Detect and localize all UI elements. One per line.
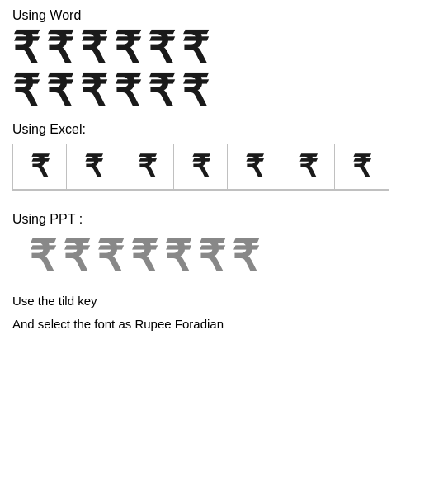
ppt-rupee-1: ₹ xyxy=(29,235,56,278)
excel-cell-6: ₹ xyxy=(281,144,335,190)
excel-label: Using Excel: xyxy=(12,122,436,137)
ppt-rupee-3: ₹ xyxy=(97,235,124,278)
ppt-rupee-4: ₹ xyxy=(130,235,158,278)
excel-section: Using Excel: ₹ ₹ ₹ ₹ ₹ ₹ ₹ xyxy=(12,122,436,204)
word-rupee-1: ₹ xyxy=(12,26,40,69)
ppt-rupee-row: ₹ ₹ ₹ ₹ ₹ ₹ ₹ xyxy=(12,235,436,278)
word-rupee-10: ₹ xyxy=(114,69,141,112)
excel-cell-4: ₹ xyxy=(174,144,228,190)
word-rupee-4: ₹ xyxy=(114,26,141,69)
word-rupee-11: ₹ xyxy=(148,69,175,112)
word-rupee-6: ₹ xyxy=(182,26,209,69)
ppt-label: Using PPT : xyxy=(12,212,436,227)
excel-cell-1: ₹ xyxy=(13,144,67,190)
word-rupee-9: ₹ xyxy=(80,69,107,112)
word-rupee-8: ₹ xyxy=(46,69,73,112)
ppt-rupee-7: ₹ xyxy=(232,235,259,278)
word-rupee-2: ₹ xyxy=(46,26,73,69)
excel-grid: ₹ ₹ ₹ ₹ ₹ ₹ ₹ xyxy=(12,144,389,191)
word-rupee-12: ₹ xyxy=(182,69,209,112)
word-section: Using Word ₹ ₹ ₹ ₹ ₹ ₹ ₹ ₹ ₹ ₹ ₹ ₹ xyxy=(12,8,436,112)
excel-cell-2: ₹ xyxy=(67,144,120,190)
tip-line-1: Use the tild key xyxy=(12,291,436,311)
excel-rupee-3: ₹ xyxy=(138,149,157,184)
ppt-rupee-6: ₹ xyxy=(198,235,225,278)
tip-section: Use the tild key And select the font as … xyxy=(12,291,436,334)
word-rupee-7: ₹ xyxy=(12,69,40,112)
word-label: Using Word xyxy=(12,8,436,23)
ppt-section: Using PPT : ₹ ₹ ₹ ₹ ₹ ₹ ₹ xyxy=(12,212,436,278)
excel-cell-7: ₹ xyxy=(335,144,389,190)
word-rupee-row-2: ₹ ₹ ₹ ₹ ₹ ₹ xyxy=(12,69,436,112)
ppt-rupee-2: ₹ xyxy=(63,235,90,278)
ppt-rupee-5: ₹ xyxy=(164,235,191,278)
excel-rupee-6: ₹ xyxy=(299,149,318,184)
excel-cell-5: ₹ xyxy=(228,144,281,190)
word-rupee-row-1: ₹ ₹ ₹ ₹ ₹ ₹ xyxy=(12,26,436,69)
excel-rupee-5: ₹ xyxy=(245,149,264,184)
excel-rupee-2: ₹ xyxy=(84,149,103,184)
excel-cell-3: ₹ xyxy=(120,144,174,190)
word-rupee-5: ₹ xyxy=(148,26,175,69)
excel-rupee-1: ₹ xyxy=(31,149,50,184)
word-rupee-3: ₹ xyxy=(80,26,107,69)
tip-line-2: And select the font as Rupee Foradian xyxy=(12,314,436,334)
excel-rupee-4: ₹ xyxy=(191,149,210,184)
excel-rupee-7: ₹ xyxy=(352,149,371,184)
